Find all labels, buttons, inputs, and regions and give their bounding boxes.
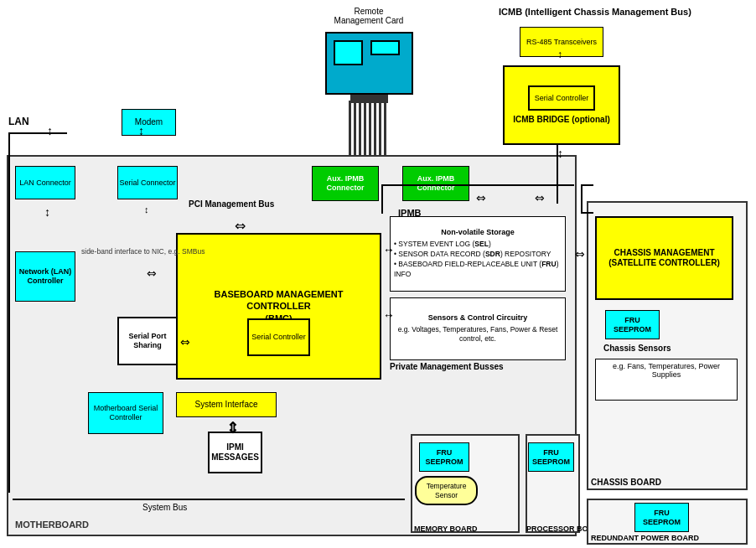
remote-mgmt-label: Remote Management Card	[331, 7, 406, 25]
icmb-bridge-outer: Serial Controller ICMB BRIDGE (optional)	[503, 65, 620, 145]
serial-controller-icmb: Serial Controller	[528, 85, 595, 111]
fru-seeprom4-box: FRU SEEPROM	[634, 503, 689, 532]
aux-ipmb1-box: Aux. IPMB Connector	[312, 166, 379, 201]
network-controller-box: Network (LAN) Controller	[15, 251, 75, 302]
chassis-mgmt-box: CHASSIS MANAGEMENT (SATELLITE CONTROLLER…	[595, 216, 733, 300]
serial-connector-box: Serial Connector	[117, 166, 178, 199]
fru-seeprom1-box: FRU SEEPROM	[605, 310, 660, 339]
serial-controller-bmc-box: Serial Controller	[247, 318, 310, 356]
ipmb-label: IPMB	[398, 208, 422, 218]
lan-connector-box: LAN Connector	[15, 166, 75, 199]
motherboard-label: MOTHERBOARD	[15, 520, 89, 530]
nonvolatile-content: • SYSTEM EVENT LOG (SEL)• SENSOR DATA RE…	[394, 240, 562, 280]
sensors-title: Sensors & Control Circuitry	[428, 313, 528, 323]
sensors-content: e.g. Voltages, Temperatures, Fans, Power…	[394, 325, 562, 345]
serial-port-sharing-box: Serial Port Sharing	[117, 317, 178, 365]
fru-seeprom2-box: FRU SEEPROM	[419, 442, 469, 472]
chassis-sensors-content: e.g. Fans, Temperatures, Power Supplies	[595, 359, 738, 401]
fru-seeprom3-box: FRU SEEPROM	[528, 442, 574, 472]
lan-line-v	[8, 132, 10, 493]
lan-label: LAN	[8, 116, 29, 127]
chassis-sensors-label: Chassis Sensors	[603, 344, 671, 353]
lan-line-h	[8, 132, 67, 134]
nonvolatile-box: Non-volatile Storage • SYSTEM EVENT LOG …	[390, 216, 566, 292]
ipmi-messages-box: IPMI MESSAGES	[208, 432, 262, 473]
bmc-box: BASEBOARD MANAGEMENT CONTROLLER(BMC)	[176, 233, 381, 380]
pci-mgmt-label: PCI Management Bus	[189, 199, 274, 209]
diagram: MOTHERBOARD CHASSIS BOARD MEMORY BOARD P…	[0, 0, 756, 548]
aux-ipmb2-box: Aux. IPMB Connector	[402, 166, 469, 201]
icmb-label: ICMB (Intelligent Chassis Management Bus…	[499, 7, 691, 17]
system-bus-label: System Bus	[142, 503, 187, 512]
chassis-board-label: CHASSIS BOARD	[591, 478, 661, 487]
pci-arrow: ⇔	[235, 218, 246, 234]
redundant-power-label: REDUNDANT POWER BOARD	[591, 534, 699, 542]
modem-box: Modem	[122, 109, 176, 136]
icmb-bridge-label: ICMB BRIDGE (optional)	[513, 114, 610, 125]
system-interface-box: System Interface	[176, 392, 277, 417]
motherboard-serial-box: Motherboard Serial Controller	[88, 392, 163, 434]
remote-card-box	[325, 32, 413, 95]
temperature-sensor-box: Temperature Sensor	[415, 476, 478, 505]
sideband-label: side-band interface to NIC, e.g. SMBus	[81, 247, 205, 256]
memory-board-label: MEMORY BOARD	[414, 525, 478, 533]
nonvolatile-title: Non-volatile Storage	[441, 228, 515, 237]
sensors-box: Sensors & Control Circuitry e.g. Voltage…	[390, 297, 566, 360]
private-mgmt-label: Private Management Busses	[390, 362, 504, 371]
